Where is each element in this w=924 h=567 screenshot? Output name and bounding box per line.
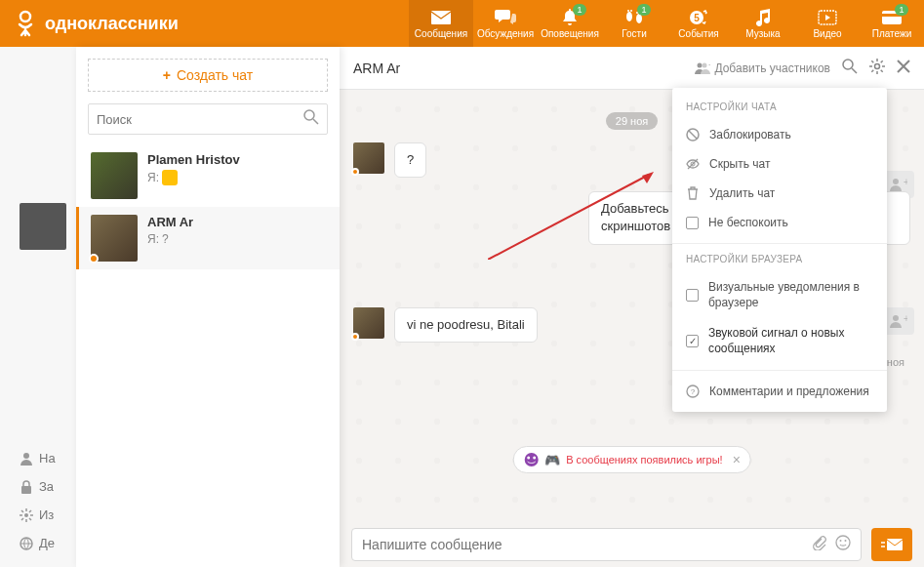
svg-point-5 <box>630 10 632 12</box>
nav-discussions[interactable]: Обсуждения <box>473 0 538 47</box>
block-icon <box>686 128 700 142</box>
badge: 1 <box>637 4 651 16</box>
chat-input-wrap[interactable] <box>351 528 862 561</box>
svg-point-2 <box>626 12 632 21</box>
chat-header: ARM Ar + Добавить участников <box>340 47 924 90</box>
message-input[interactable] <box>362 537 804 552</box>
search-icon[interactable] <box>303 109 319 129</box>
nav-notifications[interactable]: Оповещения 1 <box>538 0 602 47</box>
left-nav-item[interactable]: На <box>20 444 56 472</box>
game-icon <box>523 452 539 467</box>
emoji-icon <box>162 170 178 185</box>
chat-icon <box>495 9 516 26</box>
dropdown-item-hide[interactable]: Скрыть чат <box>672 149 887 179</box>
badge: 1 <box>573 4 586 16</box>
svg-rect-14 <box>21 486 31 494</box>
left-rail: На За Из Де <box>0 47 76 567</box>
nav-events[interactable]: 5 События <box>666 0 731 47</box>
svg-point-17 <box>304 110 314 120</box>
search-box[interactable] <box>88 103 328 135</box>
emoji-icon[interactable] <box>835 535 851 554</box>
left-nav-item[interactable]: Из <box>20 501 56 529</box>
nav: Сообщения Обсуждения Оповещения 1 Гости … <box>409 0 924 47</box>
svg-point-25 <box>524 453 538 466</box>
nav-music[interactable]: Музыка <box>731 0 795 47</box>
music-icon <box>752 9 774 26</box>
video-icon <box>817 9 838 26</box>
plus-icon: + <box>163 67 171 83</box>
svg-rect-31 <box>887 539 903 550</box>
send-icon <box>881 537 903 552</box>
message-bubble: ? <box>394 142 426 178</box>
conversation-item[interactable]: Plamen Hristov Я: <box>76 144 340 207</box>
left-nav-item[interactable]: Де <box>20 529 56 557</box>
svg-point-29 <box>840 540 842 542</box>
svg-point-4 <box>627 10 629 12</box>
nav-messages[interactable]: Сообщения <box>409 0 473 47</box>
svg-text:+: + <box>904 178 907 187</box>
search-icon[interactable] <box>842 59 858 78</box>
settings-icon <box>20 508 33 522</box>
chat-title: ARM Ar <box>353 61 683 76</box>
checkbox-icon <box>686 289 699 302</box>
avatar <box>91 152 138 199</box>
dropdown-section-title: НАСТРОЙКИ ЧАТА <box>672 98 887 120</box>
close-icon[interactable] <box>897 60 910 77</box>
gear-icon[interactable] <box>869 59 885 78</box>
dropdown-item-dnd[interactable]: Не беспокоить <box>672 208 887 237</box>
add-people-icon: + <box>695 62 710 74</box>
left-nav: На За Из Де <box>20 444 56 557</box>
person-icon <box>20 452 33 466</box>
checkbox-icon <box>686 217 699 229</box>
logo-text: одноклассники <box>45 14 179 34</box>
svg-point-27 <box>533 457 536 460</box>
svg-text:+: + <box>708 62 710 69</box>
svg-point-18 <box>698 62 703 67</box>
svg-point-19 <box>703 62 707 67</box>
logo[interactable]: одноклассники <box>0 9 192 38</box>
chat-settings-dropdown: НАСТРОЙКИ ЧАТА Заблокировать Скрыть чат … <box>672 88 887 412</box>
badge: 1 <box>895 4 908 16</box>
dropdown-item-visual-notifications[interactable]: Визуальные уведомления в браузере <box>672 272 887 318</box>
create-chat-button[interactable]: + Создать чат <box>88 59 328 92</box>
avatar[interactable] <box>353 307 384 339</box>
add-members-button[interactable]: + Добавить участников <box>695 61 830 75</box>
dropdown-item-sound-notifications[interactable]: Звуковой сигнал о новых сообщениях <box>672 318 887 364</box>
svg-text:?: ? <box>691 387 696 396</box>
svg-point-32 <box>893 179 899 184</box>
nav-video[interactable]: Видео <box>795 0 860 47</box>
svg-point-21 <box>843 60 853 69</box>
eye-off-icon <box>686 157 700 171</box>
globe-icon <box>20 537 33 550</box>
nav-guests[interactable]: Гости 1 <box>602 0 666 47</box>
svg-point-13 <box>23 453 29 459</box>
conversation-item[interactable]: ARM Ar Я: ? <box>76 207 340 269</box>
svg-point-26 <box>527 457 530 460</box>
close-icon[interactable]: × <box>729 452 741 467</box>
svg-rect-1 <box>431 11 451 24</box>
message-bubble: vi ne poodresu, Bitali <box>394 307 538 343</box>
question-icon: ? <box>686 385 700 398</box>
dropdown-item-block[interactable]: Заблокировать <box>672 120 887 149</box>
send-button[interactable] <box>871 528 912 561</box>
profile-avatar[interactable] <box>20 203 66 250</box>
five-icon: 5 <box>688 9 709 26</box>
dropdown-item-delete[interactable]: Удалить чат <box>672 179 887 208</box>
nav-payments[interactable]: Платежи 1 <box>860 0 924 47</box>
dropdown-item-feedback[interactable]: ? Комментарии и предложения <box>672 377 887 406</box>
lock-icon <box>20 480 33 494</box>
header: одноклассники Сообщения Обсуждения Опове… <box>0 0 924 47</box>
online-indicator <box>89 254 99 263</box>
conversations-sidebar: + Создать чат Plamen Hristov Я: ARM Ar Я… <box>76 47 340 567</box>
search-input[interactable] <box>97 112 303 127</box>
checkbox-checked-icon <box>686 335 699 347</box>
svg-point-22 <box>875 63 880 68</box>
dropdown-section-title: НАСТРОЙКИ БРАУЗЕРА <box>672 250 887 272</box>
games-chip[interactable]: 🎮 В сообщениях появились игры! × <box>512 446 751 473</box>
svg-text:5: 5 <box>694 13 700 23</box>
svg-point-15 <box>24 513 28 517</box>
avatar[interactable] <box>353 142 384 174</box>
left-nav-item[interactable]: За <box>20 472 56 501</box>
attach-icon[interactable] <box>812 535 827 554</box>
envelope-icon <box>430 9 452 26</box>
